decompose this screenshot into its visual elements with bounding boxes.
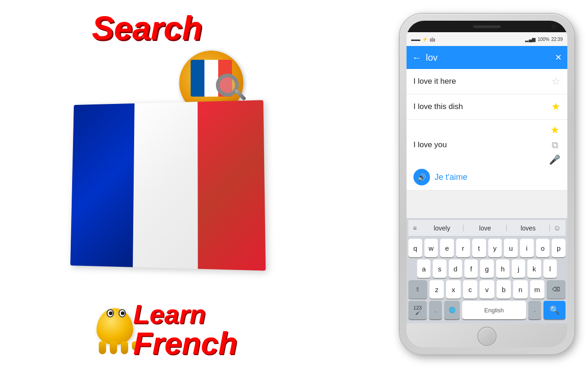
- autocomplete-love[interactable]: love: [464, 223, 507, 234]
- search-title: Search: [92, 9, 202, 47]
- key-m[interactable]: m: [530, 280, 544, 299]
- star-icon-1[interactable]: ☆: [551, 75, 560, 87]
- translation-text-3: Je t'aime: [435, 172, 467, 182]
- flag-blue-stripe: [70, 104, 135, 267]
- result-header-3: I love you ★ ⧉ 🎤: [413, 124, 560, 165]
- autocomplete-bar: ≡ lovely love loves ☺: [408, 220, 565, 236]
- result-actions-3: ★ ⧉ 🎤: [549, 124, 560, 165]
- comma-label: ,: [435, 308, 436, 313]
- key-z[interactable]: z: [430, 280, 444, 299]
- speaker-icon: 🔊: [417, 173, 426, 182]
- copy-icon[interactable]: ⧉: [552, 140, 558, 150]
- autocomplete-loves[interactable]: loves: [507, 223, 550, 234]
- key-comma[interactable]: ,: [429, 301, 442, 319]
- key-q[interactable]: q: [408, 239, 422, 257]
- mascot-left-pupil: [109, 311, 113, 315]
- tentacle-3: [121, 341, 128, 354]
- star-icon-2[interactable]: ★: [551, 101, 560, 113]
- key-period[interactable]: .: [528, 301, 541, 319]
- learn-label: Learn: [133, 301, 237, 328]
- key-h[interactable]: h: [496, 259, 509, 278]
- magnifier-handle: [234, 89, 247, 101]
- key-b[interactable]: b: [497, 280, 511, 299]
- flag-blue: [191, 60, 204, 97]
- clear-button[interactable]: ✕: [555, 52, 562, 63]
- search-key[interactable]: 🔍: [543, 301, 565, 319]
- speaker-button[interactable]: 🔊: [413, 169, 430, 185]
- clock: 22:39: [551, 37, 563, 42]
- keyboard-row-3: ⇧ z x c v b n m ⌫: [408, 280, 565, 299]
- key-globe[interactable]: 🌐: [444, 301, 460, 319]
- android-icon: 🤖: [430, 37, 435, 42]
- row2-spacer-right: [559, 259, 565, 278]
- period-label: .: [534, 307, 535, 313]
- key-j[interactable]: j: [512, 259, 525, 278]
- key-r[interactable]: r: [456, 239, 470, 257]
- key-k[interactable]: k: [527, 259, 541, 278]
- space-label: English: [484, 307, 504, 314]
- result-translation-3: 🔊 Je t'aime: [413, 169, 560, 185]
- key-n[interactable]: n: [513, 280, 527, 299]
- key-g[interactable]: g: [480, 259, 493, 278]
- phone-top-bar: [407, 21, 567, 32]
- key-v[interactable]: v: [480, 280, 494, 299]
- key-y[interactable]: y: [488, 239, 502, 257]
- key-p[interactable]: p: [552, 239, 565, 257]
- shift-key[interactable]: ⇧: [408, 280, 427, 299]
- hamburger-icon[interactable]: ≡: [413, 224, 417, 232]
- result-text-2: I love this dish: [413, 102, 463, 111]
- key-t[interactable]: t: [472, 239, 486, 257]
- search-query[interactable]: lov: [426, 52, 550, 63]
- backspace-key[interactable]: ⌫: [547, 280, 565, 299]
- autocomplete-lovely[interactable]: lovely: [420, 223, 464, 234]
- keyboard-area: ≡ lovely love loves ☺ q w e r t y u i o: [407, 218, 567, 323]
- key-123[interactable]: 123 🎤: [408, 301, 427, 319]
- result-item-1[interactable]: I love it here ☆: [407, 69, 567, 94]
- key-x[interactable]: x: [446, 280, 460, 299]
- result-item-2[interactable]: I love this dish ★: [407, 94, 567, 120]
- key-a[interactable]: a: [417, 259, 430, 278]
- flag-white-stripe: [133, 102, 198, 269]
- keyboard-row-1: q w e r t y u i o p: [408, 239, 565, 257]
- signal-bars: ▂▄▆: [525, 37, 536, 42]
- result-item-3[interactable]: I love you ★ ⧉ 🎤 🔊 Je t'aime: [407, 120, 567, 190]
- key-e[interactable]: e: [440, 239, 454, 257]
- emoji-icon[interactable]: ☺: [554, 224, 561, 232]
- space-key[interactable]: English: [462, 301, 526, 319]
- results-list: I love it here ☆ I love this dish ★ I lo…: [407, 69, 567, 190]
- mascot-eyes: [107, 309, 126, 317]
- key-u[interactable]: u: [504, 239, 518, 257]
- left-section: Search: [0, 0, 312, 368]
- key-f[interactable]: f: [464, 259, 478, 278]
- key-mic-label: 🎤: [415, 310, 420, 315]
- key-i[interactable]: i: [520, 239, 534, 257]
- phone-camera: [551, 24, 556, 29]
- learn-french-text: Learn French: [133, 301, 237, 359]
- key-s[interactable]: s: [433, 259, 446, 278]
- mascot: [92, 304, 138, 354]
- mascot-left-eye: [107, 309, 114, 317]
- status-icons-left: ▬▬ ⚡ 🤖: [411, 37, 435, 42]
- key-l[interactable]: l: [543, 259, 557, 278]
- star-icon-3[interactable]: ★: [550, 124, 560, 136]
- globe-icon: 🌐: [449, 307, 456, 313]
- empty-area: [407, 190, 567, 218]
- tentacle-2: [110, 341, 117, 354]
- key-d[interactable]: d: [449, 259, 462, 278]
- tentacle-1: [99, 341, 106, 354]
- phone-speaker: [473, 25, 501, 28]
- french-label: French: [133, 328, 237, 359]
- key-o[interactable]: o: [536, 239, 550, 257]
- phone-outer: ▬▬ ⚡ 🤖 ▂▄▆ 100% 22:39 ← lov ✕: [400, 14, 574, 354]
- phone-home-area: [407, 323, 567, 347]
- home-button[interactable]: [477, 327, 497, 346]
- key-w[interactable]: w: [424, 239, 438, 257]
- back-button[interactable]: ←: [412, 52, 421, 63]
- row2-spacer-left: [408, 259, 415, 278]
- mic-icon[interactable]: 🎤: [549, 154, 560, 165]
- phone-screen: ▬▬ ⚡ 🤖 ▂▄▆ 100% 22:39 ← lov ✕: [407, 21, 567, 347]
- key-c[interactable]: c: [463, 280, 477, 299]
- status-icons-right: ▂▄▆ 100% 22:39: [525, 37, 563, 42]
- app-search-bar[interactable]: ← lov ✕: [407, 46, 567, 69]
- mascot-right-eye: [119, 309, 126, 317]
